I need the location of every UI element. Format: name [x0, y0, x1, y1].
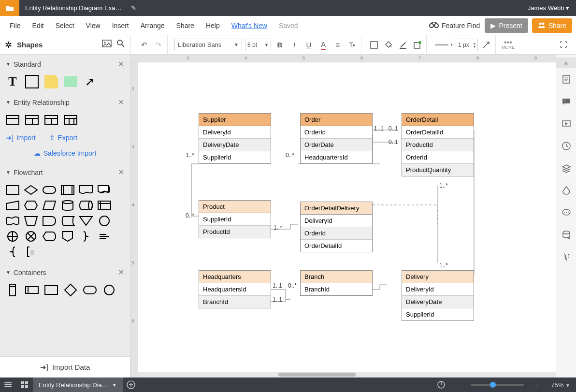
font-select[interactable]: Liberation Sans ▼ [174, 39, 242, 51]
fc-predefined[interactable] [61, 185, 74, 195]
fc-decision[interactable] [24, 185, 38, 195]
fullscreen-button[interactable]: ⛶ [556, 41, 571, 49]
menu-file[interactable]: File [4, 18, 27, 33]
search-icon[interactable] [116, 39, 125, 50]
fc-stored-data[interactable] [61, 216, 74, 226]
import-data-button[interactable]: ➜] Import Data [0, 356, 130, 377]
fc-note2[interactable] [24, 247, 38, 257]
fc-offpage[interactable] [61, 231, 74, 242]
entity-hq[interactable]: Headquarters HeadquartersId BranchId [199, 270, 271, 308]
panel-header-flowchart[interactable]: ▼ Flowchart ✕ [0, 163, 130, 182]
fc-note-item[interactable] [98, 231, 111, 242]
align-button[interactable]: ≡ [332, 39, 344, 51]
collapse-sidebar-button[interactable]: « [556, 58, 576, 68]
cont-swimlane-h[interactable] [25, 285, 39, 295]
fc-manual-input[interactable] [6, 200, 19, 211]
fc-data[interactable] [43, 200, 56, 211]
fc-paper-tape[interactable] [6, 216, 19, 226]
present-panel-icon[interactable] [556, 113, 576, 135]
fc-process[interactable] [6, 185, 19, 195]
cont-diamond[interactable] [64, 285, 77, 295]
close-icon[interactable]: ✕ [118, 59, 124, 69]
er-export-link[interactable]: ⇪Export [49, 134, 77, 142]
entity-odd[interactable]: OrderDetailDelivery DeliveryId OrderId O… [300, 202, 373, 252]
chat-icon[interactable] [556, 202, 576, 224]
shape-options-button[interactable] [412, 39, 423, 51]
entity-product[interactable]: Product SupplierId ProductId [199, 200, 271, 238]
fc-summing[interactable] [24, 231, 38, 242]
rename-icon[interactable]: ✎ [131, 4, 136, 12]
redo-button[interactable]: ↷ [153, 39, 164, 51]
stroke-width-select[interactable]: 1 px ▴▾ [456, 39, 478, 51]
fc-terminator[interactable] [43, 185, 56, 195]
page-tab[interactable]: Entity Relationship Dia… ▼ [33, 377, 123, 392]
entity-orderdetail[interactable]: OrderDetail OrderDetailId ProductId Orde… [402, 113, 474, 176]
shape-block[interactable] [64, 76, 77, 87]
fc-delay[interactable] [43, 216, 56, 226]
zoom-in-button[interactable]: + [529, 377, 545, 392]
scrollbar-horizontal[interactable] [138, 372, 556, 377]
menu-arrange[interactable]: Arrange [135, 18, 171, 33]
fc-or[interactable] [6, 231, 19, 242]
sync-icon[interactable] [433, 377, 449, 392]
comments-icon[interactable]: " [556, 90, 576, 113]
menu-share[interactable]: Share [171, 18, 200, 33]
zoom-level[interactable]: 75% ▼ [545, 381, 576, 389]
cont-rect[interactable] [44, 285, 58, 295]
grid-view-icon[interactable] [16, 377, 33, 392]
fc-connector[interactable] [98, 216, 111, 226]
document-title[interactable]: Entity Relationship Diagram Exa… [19, 4, 127, 12]
fc-direct-data[interactable] [79, 200, 93, 211]
cont-pill[interactable] [83, 285, 97, 295]
border-color-button[interactable] [397, 39, 409, 51]
fc-manual-op[interactable] [24, 216, 38, 226]
folder-icon[interactable] [0, 0, 19, 16]
er-salesforce-link[interactable]: ☁Salesforce Import [34, 149, 97, 157]
shape-er-table2[interactable] [25, 115, 39, 125]
entity-branch[interactable]: Branch BranchId [300, 270, 373, 296]
fc-display[interactable] [43, 231, 56, 242]
close-icon[interactable]: ✕ [118, 168, 124, 177]
zoom-thumb[interactable] [490, 382, 496, 388]
share-button[interactable]: Share [532, 18, 572, 33]
more-button[interactable]: ••• MORE [502, 40, 515, 50]
fc-multidoc[interactable] [98, 185, 111, 195]
menu-select[interactable]: Select [50, 18, 80, 33]
zoom-out-button[interactable]: − [449, 377, 466, 392]
outline-view-icon[interactable] [0, 377, 16, 392]
fc-document[interactable] [79, 185, 93, 195]
shape-text[interactable]: T [6, 76, 19, 87]
cont-swimlane-v[interactable] [6, 285, 19, 295]
er-import-link[interactable]: ➜]Import [6, 134, 36, 142]
undo-button[interactable]: ↶ [138, 39, 150, 51]
italic-button[interactable]: I [288, 39, 300, 51]
menu-help[interactable]: Help [200, 18, 226, 33]
notes-icon[interactable] [556, 68, 576, 90]
present-button[interactable]: ▶ Present [485, 18, 528, 33]
cont-circle[interactable] [102, 285, 116, 295]
menu-edit[interactable]: Edit [27, 18, 50, 33]
panel-header-containers[interactable]: ▼ Containers ✕ [0, 263, 130, 282]
data-icon[interactable] [556, 224, 576, 246]
menu-whatsnew[interactable]: What's New [226, 18, 273, 33]
close-icon[interactable]: ✕ [118, 268, 124, 277]
fc-merge[interactable] [79, 216, 93, 226]
panel-header-er[interactable]: ▼ Entity Relationship ✕ [0, 93, 130, 112]
entity-supplier[interactable]: Supplier DeliveryId DeliveryDate Supplie… [199, 113, 271, 164]
layers-icon[interactable] [556, 157, 576, 179]
fc-internal-storage[interactable] [98, 200, 111, 211]
shape-arrow[interactable]: ➚ [83, 76, 97, 87]
scroll-thumb[interactable] [278, 373, 356, 377]
panel-header-standard[interactable]: ▼ Standard ✕ [0, 55, 130, 73]
shape-er-table4[interactable] [64, 115, 77, 125]
close-icon[interactable]: ✕ [118, 98, 124, 107]
fc-preparation[interactable] [24, 200, 38, 211]
fc-brace-right[interactable] [79, 231, 93, 242]
canvas[interactable]: Supplier DeliveryId DeliveryDate Supplie… [138, 62, 556, 377]
menu-insert[interactable]: Insert [106, 18, 135, 33]
shape-note[interactable] [44, 76, 58, 87]
history-icon[interactable] [556, 135, 576, 157]
fc-brace-left[interactable] [6, 247, 19, 257]
actions-icon[interactable] [556, 246, 576, 268]
entity-delivery[interactable]: Delivery DeliveryId DeliveryDate Supplie… [402, 270, 474, 321]
